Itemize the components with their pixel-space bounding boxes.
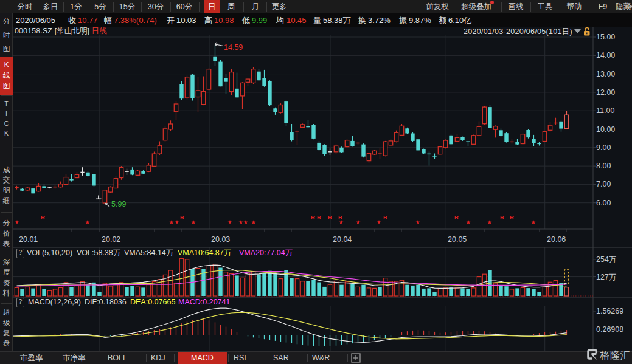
svg-text:11.00: 11.00 [596, 106, 614, 115]
svg-text:20.02: 20.02 [102, 235, 120, 244]
svg-text:格隆汇: 格隆汇 [600, 350, 631, 360]
svg-text:20.04: 20.04 [333, 235, 352, 244]
svg-text:20.05: 20.05 [448, 235, 467, 244]
svg-text:10.00: 10.00 [596, 125, 615, 134]
svg-text:R: R [317, 214, 321, 221]
svg-text:0.26908: 0.26908 [596, 325, 623, 334]
svg-text:12.00: 12.00 [596, 88, 615, 97]
svg-text:1.56269: 1.56269 [596, 307, 623, 315]
svg-text:R: R [454, 214, 459, 221]
svg-text:R: R [500, 214, 504, 221]
svg-text:20.03: 20.03 [211, 235, 230, 244]
svg-text:R: R [383, 214, 387, 221]
svg-text:5.99: 5.99 [111, 200, 126, 208]
svg-text:127万: 127万 [596, 273, 616, 281]
svg-text:R: R [180, 214, 184, 221]
svg-text:R: R [41, 214, 45, 221]
svg-text:9.00: 9.00 [596, 143, 611, 152]
svg-text:R: R [328, 214, 332, 221]
svg-text:8.00: 8.00 [596, 162, 611, 170]
svg-text:7.00: 7.00 [596, 180, 611, 188]
svg-text:14.59: 14.59 [224, 43, 243, 52]
svg-text:R: R [311, 214, 315, 221]
svg-text:R: R [510, 214, 514, 221]
svg-text:14.00: 14.00 [596, 51, 615, 60]
svg-text:13.00: 13.00 [596, 70, 615, 78]
svg-text:15.00: 15.00 [596, 33, 615, 41]
svg-text:6.00: 6.00 [596, 199, 611, 207]
svg-text:20.01: 20.01 [19, 235, 38, 244]
svg-text:R: R [338, 214, 342, 221]
svg-text:20.06: 20.06 [547, 235, 566, 244]
